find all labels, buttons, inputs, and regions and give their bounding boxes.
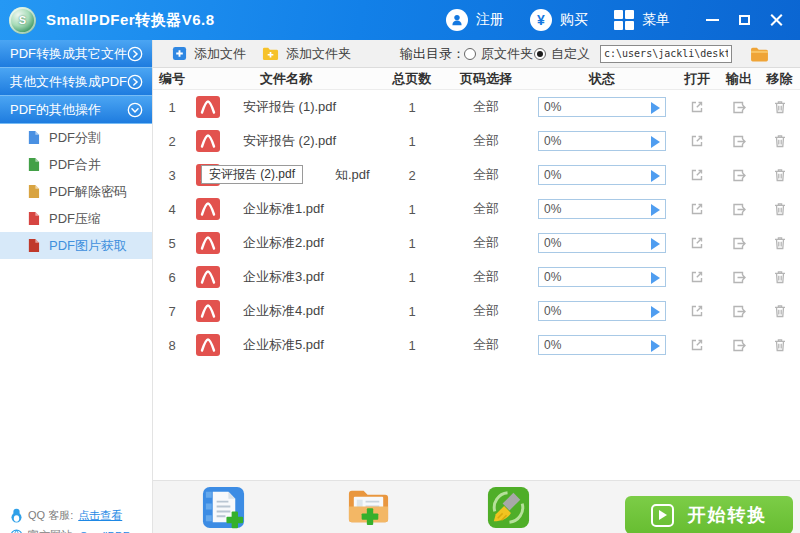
page-range-select[interactable]: 全部 xyxy=(443,302,529,320)
remove-file-icon[interactable] xyxy=(772,201,788,217)
row-play-icon[interactable] xyxy=(651,136,660,148)
row-number: 8 xyxy=(153,338,191,353)
clear-list-icon[interactable] xyxy=(485,484,532,531)
row-play-icon[interactable] xyxy=(651,238,660,250)
page-range-select[interactable]: 全部 xyxy=(443,234,529,252)
progress-value: 0% xyxy=(544,338,561,352)
open-file-icon[interactable] xyxy=(689,269,705,285)
table-row: 5 企业标准2.pdf 1 全部 0% xyxy=(153,226,800,260)
remove-file-icon[interactable] xyxy=(772,133,788,149)
header-number: 编号 xyxy=(153,70,191,88)
row-play-icon[interactable] xyxy=(651,170,660,182)
qq-service-label: QQ 客服: xyxy=(28,508,73,523)
file-name: 企业标准4.pdf xyxy=(243,302,381,320)
page-range-select[interactable]: 全部 xyxy=(443,336,529,354)
row-play-icon[interactable] xyxy=(651,306,660,318)
remove-file-icon[interactable] xyxy=(772,269,788,285)
radio-original-folder[interactable]: 原文件夹 xyxy=(464,40,533,67)
output-file-icon[interactable] xyxy=(731,133,747,149)
sidebar-item-pdf-remove-password[interactable]: PDF解除密码 xyxy=(0,178,152,205)
page-count: 2 xyxy=(381,168,443,183)
pdf-file-icon xyxy=(196,96,220,118)
sidebar-group-pdf-to-other[interactable]: PDF转换成其它文件 xyxy=(0,40,152,68)
close-button[interactable] xyxy=(760,5,792,35)
open-file-icon[interactable] xyxy=(689,303,705,319)
sidebar-group-other-to-pdf[interactable]: 其他文件转换成PDF xyxy=(0,68,152,96)
maximize-button[interactable] xyxy=(728,5,760,35)
sidebar-item-pdf-compress[interactable]: PDF压缩 xyxy=(0,205,152,232)
add-file-big-icon[interactable] xyxy=(200,484,247,531)
output-file-icon[interactable] xyxy=(731,235,747,251)
register-button[interactable]: 注册 xyxy=(446,9,504,31)
progress-bar: 0% xyxy=(538,335,666,355)
page-range-select[interactable]: 全部 xyxy=(443,200,529,218)
file-name: 企业标准1.pdf xyxy=(243,200,381,218)
output-file-icon[interactable] xyxy=(731,303,747,319)
radio-custom-folder[interactable]: 自定义 xyxy=(534,40,590,67)
start-convert-button[interactable]: 开始转换 xyxy=(625,496,793,533)
remove-file-icon[interactable] xyxy=(772,235,788,251)
buy-button[interactable]: ¥ 购买 xyxy=(530,9,588,31)
pdf-file-icon xyxy=(196,300,220,322)
open-file-icon[interactable] xyxy=(689,99,705,115)
page-count: 1 xyxy=(381,338,443,353)
page-count: 1 xyxy=(381,236,443,251)
row-play-icon[interactable] xyxy=(651,272,660,284)
table-row: 8 企业标准5.pdf 1 全部 0% xyxy=(153,328,800,362)
page-range-select[interactable]: 全部 xyxy=(443,268,529,286)
title-bar: S SmallPDFer转换器V6.8 注册 ¥ 购买 菜单 xyxy=(0,0,800,40)
main-panel: 添加文件 添加文件夹 输出目录： 原文件夹 自定义 xyxy=(153,40,800,533)
output-file-icon[interactable] xyxy=(731,269,747,285)
menu-button[interactable]: 菜单 xyxy=(614,10,670,30)
official-site-label: 官方网站: xyxy=(28,528,75,533)
page-range-select[interactable]: 全部 xyxy=(443,132,529,150)
output-path-input[interactable] xyxy=(600,45,732,63)
qq-service-link[interactable]: 点击查看 xyxy=(78,508,122,523)
page-range-select[interactable]: 全部 xyxy=(443,166,529,184)
sidebar-item-pdf-split[interactable]: PDF分割 xyxy=(0,124,152,151)
table-row: 2 安评报告 (2).pdf 1 全部 0% xyxy=(153,124,800,158)
progress-value: 0% xyxy=(544,236,561,250)
add-folder-big-icon[interactable] xyxy=(345,484,392,531)
progress-value: 0% xyxy=(544,134,561,148)
qq-icon xyxy=(10,508,23,523)
remove-file-icon[interactable] xyxy=(772,167,788,183)
table-row: 3 知.pdf 2 全部 0% 安评报告 (2).pdf xyxy=(153,158,800,192)
open-file-icon[interactable] xyxy=(689,201,705,217)
output-dir-label: 输出目录： xyxy=(400,40,465,67)
table-row: 7 企业标准4.pdf 1 全部 0% xyxy=(153,294,800,328)
progress-bar: 0% xyxy=(538,97,666,117)
page-range-select[interactable]: 全部 xyxy=(443,98,529,116)
sidebar-group-pdf-other-ops[interactable]: PDF的其他操作 xyxy=(0,96,152,124)
sidebar-item-pdf-image-extract[interactable]: PDF图片获取 xyxy=(0,232,152,259)
row-number: 5 xyxy=(153,236,191,251)
browse-folder-button[interactable] xyxy=(750,40,769,67)
header-status: 状态 xyxy=(529,70,675,88)
open-file-icon[interactable] xyxy=(689,337,705,353)
file-icon xyxy=(27,211,40,226)
row-play-icon[interactable] xyxy=(651,340,660,352)
row-play-icon[interactable] xyxy=(651,102,660,114)
row-number: 6 xyxy=(153,270,191,285)
register-person-icon xyxy=(446,9,468,31)
open-file-icon[interactable] xyxy=(689,133,705,149)
sidebar-item-pdf-merge[interactable]: PDF合并 xyxy=(0,151,152,178)
chevron-right-circle-icon xyxy=(127,74,143,90)
output-file-icon[interactable] xyxy=(731,99,747,115)
output-file-icon[interactable] xyxy=(731,167,747,183)
remove-file-icon[interactable] xyxy=(772,303,788,319)
output-file-icon[interactable] xyxy=(731,201,747,217)
progress-bar: 0% xyxy=(538,165,666,185)
row-play-icon[interactable] xyxy=(651,204,660,216)
add-file-button[interactable]: 添加文件 xyxy=(172,40,246,67)
official-site-link[interactable]: SmallPDFer.... xyxy=(80,530,151,533)
remove-file-icon[interactable] xyxy=(772,99,788,115)
open-file-icon[interactable] xyxy=(689,167,705,183)
open-file-icon[interactable] xyxy=(689,235,705,251)
output-file-icon[interactable] xyxy=(731,337,747,353)
row-number: 7 xyxy=(153,304,191,319)
minimize-button[interactable] xyxy=(696,5,728,35)
add-folder-button[interactable]: 添加文件夹 xyxy=(262,40,351,67)
progress-bar: 0% xyxy=(538,199,666,219)
remove-file-icon[interactable] xyxy=(772,337,788,353)
